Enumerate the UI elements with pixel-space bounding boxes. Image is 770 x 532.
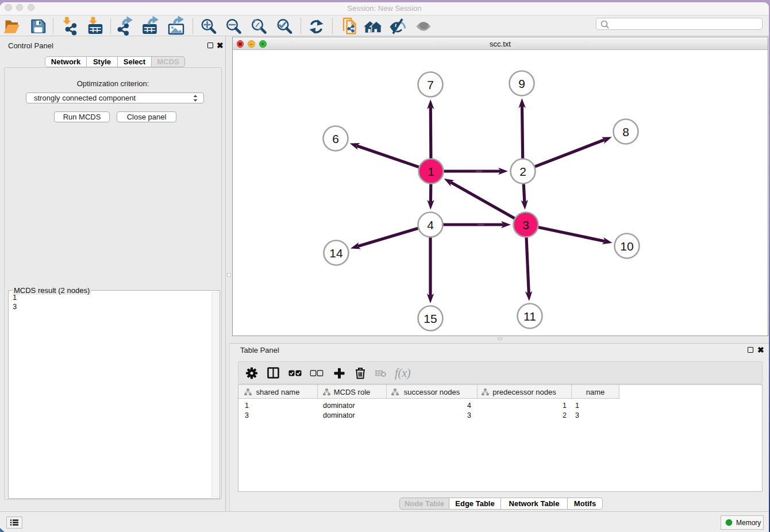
svg-text:14: 14 xyxy=(329,246,343,260)
svg-text:8: 8 xyxy=(622,125,629,138)
svg-text:Memory: Memory xyxy=(736,519,761,527)
svg-text:10: 10 xyxy=(620,240,633,253)
svg-text:1: 1 xyxy=(428,165,434,178)
svg-text:f(x): f(x) xyxy=(395,367,411,380)
svg-text:6: 6 xyxy=(332,132,339,145)
svg-text:3: 3 xyxy=(522,218,529,232)
svg-text:11: 11 xyxy=(523,310,536,323)
svg-text:15: 15 xyxy=(424,312,437,325)
svg-text:9: 9 xyxy=(518,77,525,90)
svg-text:7: 7 xyxy=(427,78,434,91)
svg-text:2: 2 xyxy=(519,165,526,178)
svg-text:4: 4 xyxy=(427,218,434,232)
